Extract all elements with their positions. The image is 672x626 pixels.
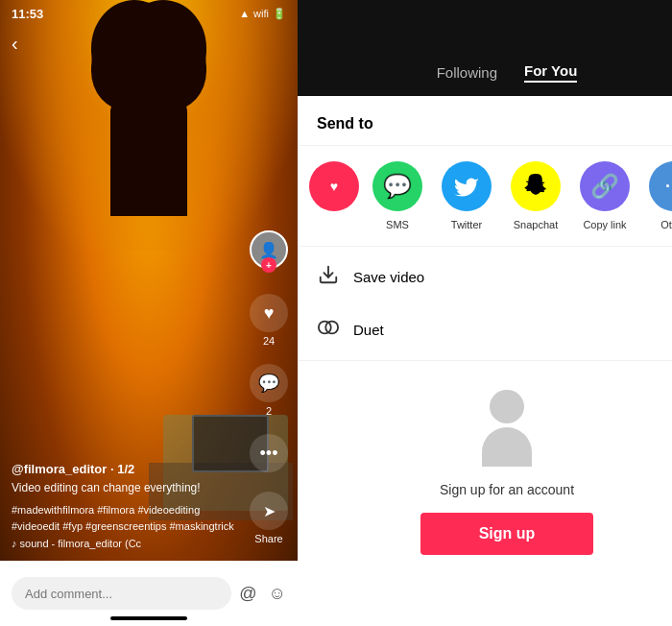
status-bar: 11:53 ▲ wifi 🔋 — [0, 0, 298, 27]
share-area[interactable]: ➤ Share — [250, 492, 288, 544]
partial-share-circle: ♥ — [309, 161, 359, 211]
snapchat-icon — [511, 161, 561, 211]
action-list: Save video Duet — [298, 247, 672, 361]
video-panel: 11:53 ▲ wifi 🔋 ‹ 👤 + ♥ 24 💬 2 ••• — [0, 0, 298, 626]
music-info: ♪ sound - filmora_editor (Cc — [12, 538, 245, 549]
more-button[interactable]: ••• — [250, 434, 288, 472]
character-silhouette — [91, 19, 206, 230]
sms-icon: 💬 — [372, 161, 422, 211]
modal-title: Send to — [317, 115, 373, 132]
top-nav: Following For You 🔍 — [298, 0, 672, 96]
other-label: Other — [660, 219, 672, 230]
save-video-icon — [317, 264, 340, 290]
avatar-placeholder — [473, 390, 540, 467]
comment-icon: 💬 — [250, 364, 288, 402]
follow-plus-badge[interactable]: + — [261, 257, 276, 273]
comment-input[interactable] — [12, 577, 231, 610]
comment-button[interactable]: 💬 2 — [250, 364, 288, 417]
signal-icon: ▲ — [239, 8, 250, 19]
share-item-partial[interactable]: ♥ — [309, 161, 359, 211]
share-item-sms[interactable]: 💬 SMS — [367, 161, 428, 230]
sms-label: SMS — [386, 219, 409, 230]
back-button[interactable]: ‹ — [12, 33, 18, 55]
profile-add[interactable]: 👤 + — [250, 230, 288, 269]
tab-following[interactable]: Following — [437, 64, 497, 83]
hashtags: #madewithfilmora #filmora #videoediting … — [12, 502, 245, 534]
share-label: Share — [254, 533, 282, 544]
copylink-icon: 🔗 — [580, 161, 630, 211]
like-count: 24 — [263, 335, 275, 347]
mention-icon[interactable]: @ — [239, 584, 256, 604]
emoji-icon[interactable]: ☺ — [269, 584, 286, 604]
signup-section: Sign up for an account Sign up — [298, 361, 672, 574]
bottom-bar: @ ☺ — [0, 561, 298, 626]
avatar-head — [490, 390, 524, 423]
silhouette-body — [110, 101, 187, 216]
silhouette-head — [115, 19, 182, 96]
signup-text: Sign up for an account — [440, 482, 574, 497]
wifi-icon: wifi — [253, 8, 269, 19]
comment-count: 2 — [266, 405, 272, 417]
copylink-label: Copy link — [583, 219, 626, 230]
home-indicator — [110, 616, 187, 620]
signup-button[interactable]: Sign up — [420, 513, 593, 555]
like-icon: ♥ — [250, 294, 288, 332]
send-to-panel: Send to × ♥ 💬 SMS Twitter — [298, 96, 672, 626]
duet-label: Duet — [353, 322, 384, 338]
video-info: @filmora_editor · 1/2 Video editing can … — [12, 462, 245, 549]
duet-item[interactable]: Duet — [298, 303, 672, 356]
tab-for-you[interactable]: For You — [524, 62, 577, 83]
share-item-twitter[interactable]: Twitter — [436, 161, 497, 230]
status-icons: ▲ wifi 🔋 — [239, 8, 286, 20]
more-icon: ••• — [250, 434, 288, 472]
share-icon[interactable]: ➤ — [250, 492, 288, 530]
save-video-label: Save video — [353, 269, 424, 285]
duet-icon — [317, 317, 340, 343]
twitter-label: Twitter — [451, 219, 482, 230]
twitter-icon — [442, 161, 492, 211]
right-panel: Following For You 🔍 Send to × ♥ 💬 SMS — [298, 0, 672, 626]
share-item-copylink[interactable]: 🔗 Copy link — [574, 161, 636, 230]
bottom-icons: @ ☺ — [239, 584, 286, 604]
share-row: ♥ 💬 SMS Twitter — [298, 146, 672, 247]
status-time: 11:53 — [12, 7, 43, 21]
battery-icon: 🔋 — [273, 8, 286, 20]
save-video-item[interactable]: Save video — [298, 251, 672, 303]
video-description: Video editing can change everything! — [12, 480, 245, 496]
snapchat-label: Snapchat — [514, 219, 558, 230]
share-item-snapchat[interactable]: Snapchat — [505, 161, 566, 230]
like-button[interactable]: ♥ 24 — [250, 294, 288, 347]
modal-header: Send to × — [298, 96, 672, 146]
other-icon: ··· — [649, 161, 672, 211]
svg-point-2 — [325, 322, 338, 334]
avatar-body — [482, 427, 532, 467]
share-item-other[interactable]: ··· Other — [643, 161, 672, 230]
action-buttons: 👤 + ♥ 24 💬 2 ••• — [250, 230, 288, 472]
username: @filmora_editor · 1/2 — [12, 462, 245, 476]
svg-point-1 — [319, 322, 331, 334]
